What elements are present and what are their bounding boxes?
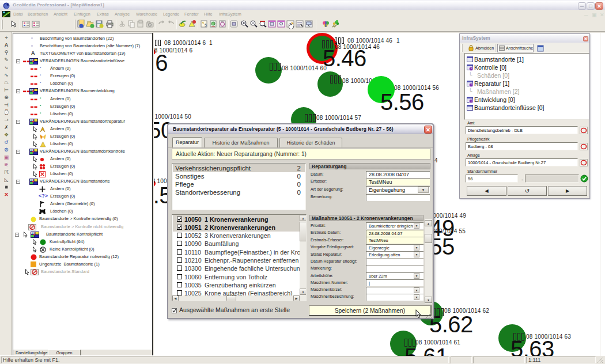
svg-text:5: 5 [205, 23, 207, 27]
